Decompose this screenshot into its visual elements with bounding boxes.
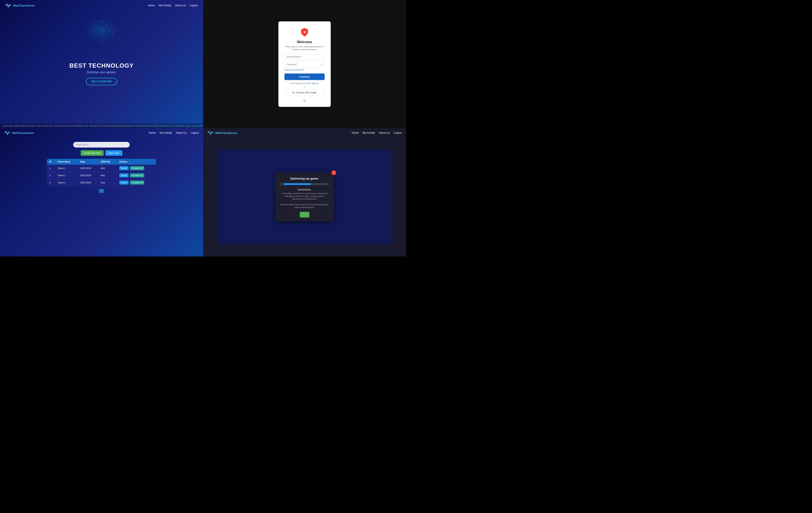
- cell-json: link3: [98, 179, 117, 186]
- cell-game-name: Game 3: [56, 179, 78, 186]
- google-signin-button[interactable]: G Continue with Google: [285, 89, 325, 96]
- wizard-title: Optimizing my game:: [280, 177, 329, 180]
- forgot-password-link[interactable]: Forgot your password?: [285, 69, 325, 71]
- hero-section: WebTraceSense Home My Activity About Us …: [0, 0, 203, 128]
- wizard-logo-icon: [207, 130, 213, 135]
- wiz-nav-activity[interactable]: My Activity: [362, 131, 375, 134]
- wiz-nav-about[interactable]: About Us: [379, 131, 389, 134]
- shield-icon: ★: [300, 28, 309, 37]
- cell-data: 01/01/2024: [78, 165, 98, 172]
- dash-nav-activity[interactable]: My Activity: [160, 131, 172, 134]
- nav-logout[interactable]: Logout: [190, 4, 198, 7]
- switch-button-2[interactable]: To switch off: [130, 173, 144, 177]
- svg-point-11: [90, 34, 91, 34]
- table-body: 1 Game 1 01/01/2024 link1 To see To swit…: [47, 165, 156, 186]
- dashboard-logo: WebTraceSense: [4, 130, 34, 135]
- table-header-row: ID Game Name Data JSON file Actions: [47, 159, 156, 165]
- cell-data: 02/01/2024: [78, 172, 98, 179]
- action-buttons: Create New View Open Tests: [81, 150, 122, 156]
- login-section: ★ Welcome Please sign in to dev-458d20vg…: [203, 0, 406, 128]
- cell-actions: To see To switch off: [117, 165, 156, 172]
- progress-step: [280, 183, 283, 185]
- wizard-progress: [280, 183, 329, 185]
- wizard-nav-links: Home My Activity About Us Logout: [352, 131, 402, 134]
- hero-content: BEST TECHNOLOGY Optimise your games. GET…: [0, 11, 203, 123]
- hero-subtitle: Optimise your games.: [69, 70, 134, 74]
- col-id: ID: [47, 159, 56, 165]
- col-json: JSON file: [98, 159, 117, 165]
- email-input[interactable]: [285, 54, 325, 60]
- wizard-navbar: WebTraceSense Home My Activity About Us …: [203, 128, 406, 138]
- wizard-background: × Optimizing my game: Instructions: At t…: [203, 138, 406, 256]
- col-game-name: Game Name: [56, 159, 78, 165]
- dash-nav-logout[interactable]: Logout: [191, 131, 199, 134]
- search-wrapper: [73, 142, 130, 148]
- wizard-logo: WebTraceSense: [207, 130, 237, 135]
- hero-title: BEST TECHNOLOGY: [69, 62, 134, 69]
- cell-id: 1: [47, 165, 56, 172]
- see-button-1[interactable]: To see: [119, 166, 129, 170]
- password-input-wrap: 👁: [285, 61, 325, 67]
- cell-id: 2: [47, 172, 56, 179]
- cell-actions: To see To switch off: [117, 179, 156, 186]
- signup-link[interactable]: Sign up: [312, 82, 319, 84]
- games-table: ID Game Name Data JSON file Actions 1 Ga…: [47, 159, 156, 186]
- cell-json: link2: [98, 172, 117, 179]
- or-divider: or: [285, 86, 325, 88]
- col-data: Data: [78, 159, 98, 165]
- dash-nav-home[interactable]: Home: [149, 131, 156, 134]
- cell-actions: To see To switch off: [117, 172, 156, 179]
- ticker-bar: ANALYZE WEB INTERACTION TAGS IDENTIFY IN…: [0, 123, 203, 128]
- wizard-next-button[interactable]: →: [300, 212, 309, 217]
- page-button-1[interactable]: 1: [99, 189, 104, 193]
- eye-icon[interactable]: 👁: [320, 63, 323, 66]
- see-button-2[interactable]: To see: [119, 173, 129, 177]
- dashboard-logo-icon: [4, 130, 10, 135]
- google-button-label: Continue with Google: [296, 91, 317, 94]
- see-button-3[interactable]: To see: [119, 181, 129, 184]
- switch-button-3[interactable]: To switch off: [130, 181, 144, 184]
- brain-visualization: [78, 13, 125, 48]
- continue-button[interactable]: Continue: [285, 73, 325, 80]
- get-started-button[interactable]: GET STARTED: [86, 78, 117, 85]
- progress-bar: [283, 183, 329, 185]
- create-new-view-button[interactable]: Create New View: [81, 150, 104, 156]
- wizard-logo-text: WebTraceSense: [215, 131, 237, 134]
- signup-prompt: Don't have an account? Sign up: [285, 82, 325, 84]
- dashboard-section: WebTraceSense Home My Activity About Us …: [0, 128, 203, 256]
- close-button[interactable]: ×: [331, 170, 336, 175]
- google-icon: G: [292, 91, 294, 94]
- cell-game-name: Game 1: [56, 165, 78, 172]
- table-row: 1 Game 1 01/01/2024 link1 To see To swit…: [47, 165, 156, 172]
- dashboard-navbar: WebTraceSense Home My Activity About Us …: [0, 128, 203, 138]
- login-footer-icon: ⚙: [285, 99, 325, 102]
- wiz-nav-logout[interactable]: Logout: [394, 131, 402, 134]
- svg-point-12: [112, 35, 113, 35]
- dash-nav-about[interactable]: About Us: [176, 131, 186, 134]
- table-row: 2 Game 2 02/01/2024 link2 To see To swit…: [47, 172, 156, 179]
- svg-text:★: ★: [303, 30, 306, 34]
- logo-icon: [5, 3, 11, 8]
- password-input[interactable]: [285, 61, 325, 67]
- login-welcome-title: Welcome: [285, 40, 325, 44]
- dashboard-content: Create New View Open Tests ID Game Name …: [0, 138, 203, 256]
- hero-text-block: BEST TECHNOLOGY Optimise your games. GET…: [69, 62, 134, 85]
- table-row: 3 Game 3 03/01/2024 link3 To see To swit…: [47, 179, 156, 186]
- svg-point-10: [111, 27, 112, 28]
- pagination: 1: [99, 189, 104, 193]
- hero-logo-text: WebTraceSense: [13, 4, 35, 7]
- search-input[interactable]: [73, 142, 130, 148]
- nav-activity[interactable]: My Activity: [159, 4, 171, 7]
- open-tests-button[interactable]: Open Tests: [105, 150, 122, 156]
- hero-navbar: WebTraceSense Home My Activity About Us …: [0, 0, 203, 11]
- col-actions: Actions: [117, 159, 156, 165]
- instructions-text: At this stage, you'll have the opportuni…: [280, 192, 329, 209]
- switch-button-1[interactable]: To switch off: [130, 166, 144, 170]
- nav-about[interactable]: About Us: [175, 4, 186, 7]
- nav-home[interactable]: Home: [148, 4, 155, 7]
- instructions-title: Instructions:: [280, 188, 329, 191]
- login-card: ★ Welcome Please sign in to dev-458d20vg…: [279, 21, 331, 107]
- cell-json: link1: [98, 165, 117, 172]
- hero-logo: WebTraceSense: [5, 3, 35, 8]
- wiz-nav-home[interactable]: Home: [352, 131, 359, 134]
